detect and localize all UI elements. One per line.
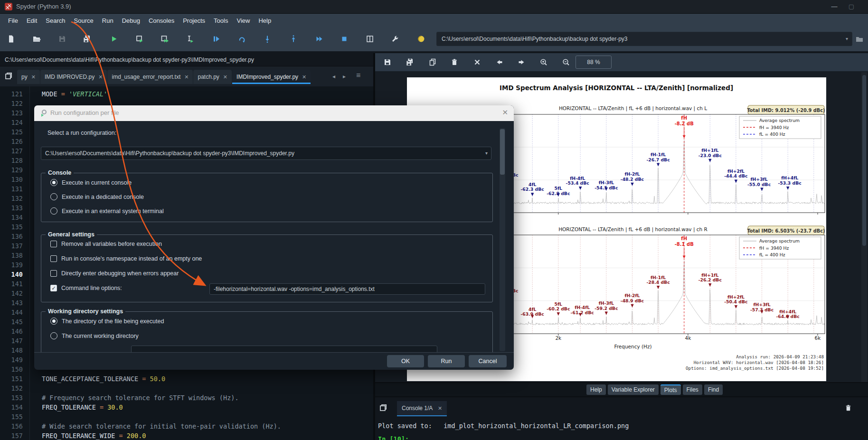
menu-view[interactable]: View	[232, 15, 254, 26]
editor-tab-py[interactable]: py✕	[17, 70, 40, 84]
save-icon[interactable]	[56, 33, 68, 45]
checkbox-command-line-options-[interactable]: ✓Command line options:	[50, 285, 122, 291]
config-path-combo[interactable]: C:\Users\ersol\Documents\data\Hifi\Pytho…	[41, 147, 491, 160]
run-icon[interactable]	[108, 33, 120, 45]
checkbox-icon[interactable]	[50, 255, 57, 262]
close-icon[interactable]: ✕	[223, 74, 227, 80]
editor-options-menu-icon[interactable]: ≡	[356, 71, 360, 80]
new-file-icon[interactable]	[5, 33, 17, 45]
menu-search[interactable]: Search	[41, 15, 69, 26]
dialog-scrollbar-thumb[interactable]	[500, 129, 505, 175]
step-out-icon[interactable]	[287, 33, 300, 45]
scroll-tabs-right-icon[interactable]: ▸	[343, 73, 346, 80]
debug-file-icon[interactable]	[210, 33, 222, 45]
radio-execute-in-an-external-system-terminal[interactable]: Execute in an external system terminal	[50, 207, 164, 215]
close-icon[interactable]: ✕	[31, 74, 36, 80]
code-line-155[interactable]: 155	[0, 412, 373, 421]
editor-tab-patch-py[interactable]: patch.py✕	[193, 70, 232, 84]
plots-scrollbar-thumb[interactable]	[862, 75, 866, 246]
maximize-button[interactable]: ▢	[844, 1, 859, 12]
editor-tab-imd-improved-py[interactable]: IMD IMPROVED.py✕	[40, 70, 107, 84]
menu-source[interactable]: Source	[70, 15, 98, 26]
cancel-button[interactable]: Cancel	[469, 355, 507, 367]
radio-icon[interactable]	[50, 179, 57, 186]
editor-tab-imd-usage-error-report-txt[interactable]: imd_usage_error_report.txt✕	[107, 70, 193, 84]
radio-the-directory-of-the-file-being-executed[interactable]: The directory of the file being executed	[50, 318, 164, 325]
code-line-154[interactable]: 154FREQ_TOLERANCE = 30.0	[0, 403, 373, 412]
checkbox-icon[interactable]	[50, 241, 57, 247]
radio-execute-in-current-console[interactable]: Execute in current console	[50, 179, 132, 186]
pane-tab-find[interactable]: Find	[704, 384, 723, 395]
menu-debug[interactable]: Debug	[118, 15, 144, 26]
code-line-156[interactable]: 156# Wide search tolerance for initial t…	[0, 421, 373, 431]
radio-the-current-working-directory[interactable]: The current working directory	[50, 332, 139, 339]
radio-icon[interactable]	[50, 318, 57, 325]
radio-icon[interactable]	[50, 332, 57, 339]
run-selection-icon[interactable]	[184, 33, 196, 45]
ok-button[interactable]: OK	[387, 355, 424, 367]
remove-plot-icon[interactable]	[449, 56, 460, 68]
menu-file[interactable]: File	[4, 15, 22, 26]
stop-icon[interactable]	[338, 33, 350, 45]
plots-scrollbar[interactable]	[861, 72, 867, 400]
scroll-tabs-left-icon[interactable]: ◂	[332, 73, 335, 80]
checkbox-directly-enter-debugging-when-errors-appear[interactable]: Directly enter debugging when errors app…	[50, 270, 179, 277]
radio-icon[interactable]	[50, 207, 57, 215]
menu-projects[interactable]: Projects	[179, 15, 209, 26]
custom-directory-input[interactable]	[131, 346, 437, 353]
tools-icon[interactable]	[389, 33, 401, 45]
close-icon[interactable]: ✕	[438, 405, 442, 411]
menu-tools[interactable]: Tools	[209, 15, 232, 26]
code-line-157[interactable]: 157FREQ_TOLERANCE_WIDE = 200.0	[0, 431, 373, 440]
command-line-options-input[interactable]: -filehorizontal=horizontal.wav -options=…	[209, 283, 485, 295]
checkbox-icon[interactable]	[50, 270, 57, 277]
dialog-title-bar[interactable]: Run configuration per file ✕	[34, 105, 514, 121]
minimize-button[interactable]: —	[827, 1, 841, 12]
checkbox-remove-all-variables-before-execution[interactable]: Remove all variables before execution	[50, 241, 162, 247]
console-tab[interactable]: Console 1/A ✕	[397, 401, 447, 416]
previous-plot-icon[interactable]	[494, 56, 505, 68]
trash-icon[interactable]	[844, 404, 852, 414]
save-plot-icon[interactable]	[382, 56, 393, 68]
checkbox-icon[interactable]: ✓	[50, 285, 57, 291]
radio-execute-in-a-dedicated-console[interactable]: Execute in a dedicated console	[50, 193, 144, 200]
run-cell-icon[interactable]	[133, 33, 146, 45]
dialog-scrollbar[interactable]	[500, 128, 505, 351]
pane-tab-plots[interactable]: Plots	[660, 384, 681, 395]
close-icon[interactable]: ✕	[98, 74, 103, 80]
working-directory-combo[interactable]: C:\Users\ersol\Documents\data\Hifi\Pytho…	[436, 32, 852, 46]
zoom-in-icon[interactable]	[538, 56, 549, 68]
step-into-icon[interactable]	[261, 33, 274, 45]
save-all-icon[interactable]	[81, 33, 94, 45]
remove-all-plots-icon[interactable]	[472, 56, 483, 68]
close-icon[interactable]: ✕	[184, 74, 189, 80]
close-icon[interactable]: ✕	[502, 108, 508, 117]
maximize-pane-icon[interactable]	[364, 33, 376, 45]
console-prompt[interactable]: In [10]:	[378, 435, 409, 440]
menu-run[interactable]: Run	[98, 15, 118, 26]
code-line-152[interactable]: 152	[0, 384, 373, 393]
pane-tab-help[interactable]: Help	[586, 384, 606, 395]
checkbox-run-in-console's-namespace-instead-of-an-empty-one[interactable]: Run in console's namespace instead of an…	[50, 255, 202, 262]
radio-icon[interactable]	[50, 193, 57, 200]
code-line-151[interactable]: 151TONE_ACCEPTANCE_TOLERANCE = 50.0	[0, 374, 373, 384]
run-current-line-icon[interactable]	[236, 33, 248, 45]
open-file-icon[interactable]	[30, 33, 43, 45]
code-line-121[interactable]: 121MODE = 'VERTICAL'	[0, 89, 373, 99]
copy-plot-icon[interactable]	[427, 56, 438, 68]
browse-working-directory-icon[interactable]	[853, 33, 866, 45]
menu-help[interactable]: Help	[254, 15, 275, 26]
close-icon[interactable]: ✕	[302, 74, 306, 80]
continue-icon[interactable]	[313, 33, 325, 45]
plot-zoom-level[interactable]: 88 %	[576, 56, 612, 69]
menu-edit[interactable]: Edit	[22, 15, 41, 26]
pane-tab-variable-explorer[interactable]: Variable Explorer	[608, 384, 659, 395]
browse-tabs-icon[interactable]	[379, 403, 387, 414]
run-button[interactable]: Run	[428, 355, 465, 367]
menu-consoles[interactable]: Consoles	[144, 15, 179, 26]
next-plot-icon[interactable]	[516, 56, 527, 68]
browse-tabs-icon[interactable]	[4, 72, 13, 82]
python-path-icon[interactable]	[415, 33, 427, 45]
editor-tab-imdimproved-spyder-py[interactable]: IMDImproved_spyder.py✕	[232, 70, 311, 84]
zoom-out-icon[interactable]	[560, 56, 572, 68]
